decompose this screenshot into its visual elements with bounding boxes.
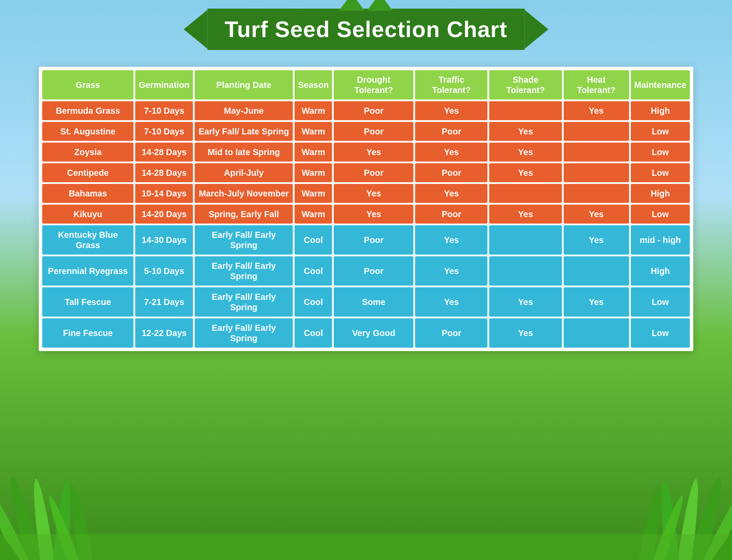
cell-6-2: Early Fall/ Early Spring xyxy=(195,225,293,255)
cell-0-6 xyxy=(489,101,561,120)
cell-9-8: Low xyxy=(631,318,690,348)
cell-9-0: Fine Fescue xyxy=(42,318,133,348)
arrow-right xyxy=(524,10,548,49)
cell-4-4: Yes xyxy=(334,184,413,203)
cell-8-2: Early Fall/ Early Spring xyxy=(195,287,293,317)
cell-1-0: St. Augustine xyxy=(42,122,133,141)
cell-6-6 xyxy=(489,225,561,255)
cell-1-4: Poor xyxy=(334,122,413,141)
cell-8-4: Some xyxy=(334,287,413,317)
cell-7-4: Poor xyxy=(334,256,413,286)
cell-4-6 xyxy=(489,184,561,203)
page-title: Turf Seed Selection Chart xyxy=(225,16,508,42)
table-row: Perennial Ryegrass5-10 DaysEarly Fall/ E… xyxy=(42,256,690,286)
col-season: Season xyxy=(295,70,332,100)
col-traffic: Traffic Tolerant? xyxy=(415,70,487,100)
cell-1-7 xyxy=(564,122,629,141)
cell-4-8: High xyxy=(631,184,690,203)
col-maintenance: Maintenance xyxy=(631,70,690,100)
title-banner: Turf Seed Selection Chart xyxy=(184,9,549,50)
cell-1-8: Low xyxy=(631,122,690,141)
table-row: Centipede14-28 DaysApril-JulyWarmPoorPoo… xyxy=(42,163,690,182)
cell-9-4: Very Good xyxy=(334,318,413,348)
col-germination: Germination xyxy=(135,70,193,100)
cell-5-1: 14-20 Days xyxy=(135,205,193,224)
table-row: Bermuda Grass7-10 DaysMay-JuneWarmPoorYe… xyxy=(42,101,690,120)
cell-1-2: Early Fall/ Late Spring xyxy=(195,122,293,141)
cell-0-8: High xyxy=(631,101,690,120)
col-planting: Planting Date xyxy=(195,70,293,100)
cell-5-8: Low xyxy=(631,205,690,224)
cell-5-4: Yes xyxy=(334,205,413,224)
cell-5-6: Yes xyxy=(489,205,561,224)
cell-4-2: March-July November xyxy=(195,184,293,203)
cell-3-0: Centipede xyxy=(42,163,133,182)
cell-6-8: mid - high xyxy=(631,225,690,255)
table-row: Kikuyu14-20 DaysSpring, Early FallWarmYe… xyxy=(42,205,690,224)
cell-6-0: Kentucky Blue Grass xyxy=(42,225,133,255)
cell-8-7: Yes xyxy=(564,287,629,317)
cell-9-2: Early Fall/ Early Spring xyxy=(195,318,293,348)
cell-5-5: Poor xyxy=(415,205,487,224)
cell-6-1: 14-30 Days xyxy=(135,225,193,255)
cell-6-7: Yes xyxy=(564,225,629,255)
cell-8-8: Low xyxy=(631,287,690,317)
cell-4-1: 10-14 Days xyxy=(135,184,193,203)
cell-7-2: Early Fall/ Early Spring xyxy=(195,256,293,286)
table-row: Tall Fescue7-21 DaysEarly Fall/ Early Sp… xyxy=(42,287,690,317)
cell-8-3: Cool xyxy=(295,287,332,317)
cell-2-2: Mid to late Spring xyxy=(195,143,293,162)
title-box: Turf Seed Selection Chart xyxy=(208,9,525,50)
cell-2-5: Yes xyxy=(415,143,487,162)
cell-6-5: Yes xyxy=(415,225,487,255)
cell-9-5: Poor xyxy=(415,318,487,348)
table-row: St. Augustine7-10 DaysEarly Fall/ Late S… xyxy=(42,122,690,141)
svg-rect-16 xyxy=(0,534,732,560)
cell-2-7 xyxy=(564,143,629,162)
cell-5-7: Yes xyxy=(564,205,629,224)
cell-4-3: Warm xyxy=(295,184,332,203)
cell-3-8: Low xyxy=(631,163,690,182)
table-row: Zoysia14-28 DaysMid to late SpringWarmYe… xyxy=(42,143,690,162)
cell-3-4: Poor xyxy=(334,163,413,182)
cell-4-7 xyxy=(564,184,629,203)
col-grass: Grass xyxy=(42,70,133,100)
cell-2-0: Zoysia xyxy=(42,143,133,162)
cell-7-8: High xyxy=(631,256,690,286)
cell-3-6: Yes xyxy=(489,163,561,182)
cell-6-3: Cool xyxy=(295,225,332,255)
cell-7-6 xyxy=(489,256,561,286)
cell-1-6: Yes xyxy=(489,122,561,141)
cell-4-5: Yes xyxy=(415,184,487,203)
svg-marker-18 xyxy=(367,0,393,11)
cell-3-1: 14-28 Days xyxy=(135,163,193,182)
cell-2-1: 14-28 Days xyxy=(135,143,193,162)
cell-5-2: Spring, Early Fall xyxy=(195,205,293,224)
col-heat: Heat Tolerant? xyxy=(564,70,629,100)
table-row: Fine Fescue12-22 DaysEarly Fall/ Early S… xyxy=(42,318,690,348)
col-drought: Drought Tolerant? xyxy=(334,70,413,100)
cell-5-0: Kikuyu xyxy=(42,205,133,224)
cell-0-7: Yes xyxy=(564,101,629,120)
cell-0-0: Bermuda Grass xyxy=(42,101,133,120)
cell-8-6: Yes xyxy=(489,287,561,317)
cell-0-3: Warm xyxy=(295,101,332,120)
cell-9-3: Cool xyxy=(295,318,332,348)
cell-7-5: Yes xyxy=(415,256,487,286)
cell-8-0: Tall Fescue xyxy=(42,287,133,317)
col-shade: Shade Tolerant? xyxy=(489,70,561,100)
cell-7-0: Perennial Ryegrass xyxy=(42,256,133,286)
cell-9-6: Yes xyxy=(489,318,561,348)
cell-9-7 xyxy=(564,318,629,348)
cell-8-1: 7-21 Days xyxy=(135,287,193,317)
cell-2-4: Yes xyxy=(334,143,413,162)
cell-3-3: Warm xyxy=(295,163,332,182)
cell-2-6: Yes xyxy=(489,143,561,162)
grass-decoration xyxy=(0,379,732,560)
cell-0-1: 7-10 Days xyxy=(135,101,193,120)
cell-7-7 xyxy=(564,256,629,286)
cell-8-5: Yes xyxy=(415,287,487,317)
cell-3-7 xyxy=(564,163,629,182)
table-row: Bahamas10-14 DaysMarch-July NovemberWarm… xyxy=(42,184,690,203)
cell-5-3: Warm xyxy=(295,205,332,224)
